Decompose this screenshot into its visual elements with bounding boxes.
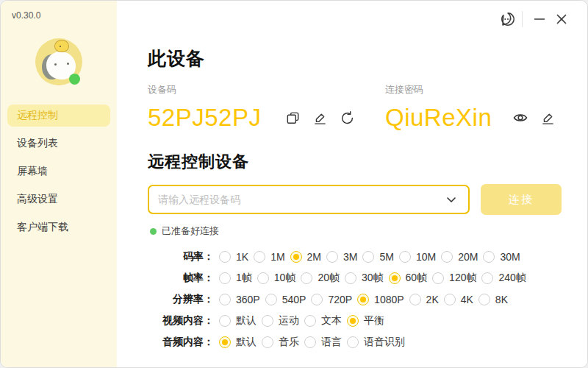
settings-row-label: 分辨率： [148, 293, 214, 306]
radio-option-文本[interactable]: 文本 [304, 314, 342, 328]
radio-option-120帧[interactable]: 120帧 [432, 272, 476, 285]
feedback-chat-icon[interactable] [497, 8, 519, 30]
radio-option-label: 360P [236, 294, 260, 305]
radio-option-60帧[interactable]: 60帧 [389, 272, 428, 285]
radio-unselected-icon [409, 294, 421, 305]
radio-option-label: 文本 [321, 314, 342, 328]
radio-unselected-icon [432, 272, 444, 284]
avatar[interactable] [35, 38, 82, 85]
radio-option-8K[interactable]: 8K [478, 294, 508, 305]
radio-option-20M[interactable]: 20M [441, 251, 478, 263]
radio-unselected-icon [265, 294, 277, 305]
radio-selected-icon [389, 272, 401, 284]
ready-status-dot [150, 228, 157, 235]
connect-button[interactable]: 连接 [481, 184, 562, 215]
settings-row-label: 视频内容： [148, 314, 214, 328]
radio-option-20帧[interactable]: 20帧 [301, 272, 340, 285]
sidebar-item-label: 设备列表 [17, 137, 58, 150]
settings-row: 视频内容：默认运动文本平衡 [148, 310, 587, 331]
sidebar-item-advanced-settings[interactable]: 高级设置 [7, 188, 110, 210]
copy-icon[interactable] [284, 110, 301, 126]
app-version: v0.30.0 [1, 1, 117, 21]
radio-option-4K[interactable]: 4K [444, 294, 473, 305]
radio-unselected-icon [219, 315, 231, 327]
radio-selected-icon [347, 315, 359, 327]
radio-option-2M[interactable]: 2M [290, 251, 321, 263]
radio-unselected-icon [304, 315, 316, 327]
radio-selected-icon [357, 294, 369, 305]
device-code-block: 设备码 52PJ52PJ [148, 83, 385, 133]
radio-option-label: 1080P [374, 294, 404, 305]
sidebar-item-label: 客户端下载 [17, 221, 68, 234]
radio-unselected-icon [362, 251, 374, 263]
radio-option-音乐[interactable]: 音乐 [262, 336, 299, 349]
radio-option-1K[interactable]: 1K [219, 251, 248, 263]
radio-option-label: 120帧 [449, 272, 476, 285]
content-area: 此设备 设备码 52PJ52PJ [117, 46, 587, 353]
radio-option-运动[interactable]: 运动 [262, 314, 299, 328]
close-icon[interactable] [551, 8, 573, 30]
radio-option-默认[interactable]: 默认 [219, 314, 257, 328]
sidebar-item-screen-wall[interactable]: 屏幕墙 [7, 160, 110, 183]
radio-unselected-icon [219, 251, 231, 263]
radio-option-label: 2K [426, 294, 439, 305]
radio-option-10M[interactable]: 10M [399, 251, 436, 263]
radio-option-3M[interactable]: 3M [326, 251, 357, 263]
radio-unselected-icon [257, 272, 269, 284]
titlebar-divider [522, 11, 523, 27]
radio-option-label: 3M [343, 251, 357, 263]
radio-option-720P[interactable]: 720P [311, 294, 352, 305]
radio-option-1080P[interactable]: 1080P [357, 294, 404, 305]
radio-unselected-icon [262, 315, 273, 327]
sidebar-item-remote-control[interactable]: 远程控制 [7, 105, 110, 127]
radio-option-label: 30帧 [362, 272, 384, 285]
radio-option-label: 240帧 [498, 272, 526, 285]
radio-option-语言[interactable]: 语言 [304, 336, 342, 349]
password-label: 连接密码 [385, 83, 556, 96]
radio-option-label: 30M [500, 251, 520, 263]
radio-unselected-icon [326, 251, 338, 263]
radio-unselected-icon [483, 251, 495, 263]
radio-option-540P[interactable]: 540P [265, 294, 306, 305]
connect-row: 连接 [148, 184, 587, 215]
remote-device-input-wrap [148, 185, 470, 214]
password-value: QiuReXin [385, 104, 492, 132]
stream-settings: 码率：1K1M2M3M5M10M20M30M帧率：1帧10帧20帧30帧60帧1… [148, 246, 587, 353]
device-code-value: 52PJ52PJ [148, 104, 261, 132]
settings-row: 码率：1K1M2M3M5M10M20M30M [148, 246, 587, 267]
radio-option-默认[interactable]: 默认 [219, 336, 257, 349]
radio-option-label: 默认 [236, 314, 257, 328]
radio-option-平衡[interactable]: 平衡 [347, 314, 384, 328]
remote-control-heading: 远程控制设备 [148, 151, 587, 173]
radio-option-10帧[interactable]: 10帧 [257, 272, 296, 285]
sidebar-item-device-list[interactable]: 设备列表 [7, 132, 110, 155]
minimize-icon[interactable] [528, 8, 551, 30]
radio-option-360P[interactable]: 360P [219, 294, 260, 305]
online-status-dot [69, 74, 80, 85]
sidebar-item-client-download[interactable]: 客户端下载 [7, 216, 110, 238]
radio-option-1M[interactable]: 1M [254, 251, 284, 263]
radio-option-语音识别[interactable]: 语音识别 [347, 336, 405, 349]
edit-icon[interactable] [312, 110, 328, 126]
edit-icon[interactable] [539, 110, 556, 126]
radio-unselected-icon [481, 272, 493, 284]
radio-option-label: 默认 [236, 336, 257, 349]
radio-option-label: 音乐 [279, 336, 299, 349]
sidebar: v0.30.0 远程控制 设备列表 屏幕墙 高级设置 客户端下载 [1, 1, 117, 367]
radio-option-240帧[interactable]: 240帧 [481, 272, 526, 285]
radio-option-30M[interactable]: 30M [483, 251, 520, 263]
chevron-down-icon[interactable] [443, 191, 459, 208]
radio-option-label: 540P [282, 294, 306, 305]
remote-device-input[interactable] [158, 194, 443, 205]
sidebar-item-label: 远程控制 [17, 109, 58, 122]
radio-option-2K[interactable]: 2K [409, 294, 439, 305]
radio-option-1帧[interactable]: 1帧 [219, 272, 252, 285]
radio-option-5M[interactable]: 5M [362, 251, 393, 263]
eye-icon[interactable] [512, 110, 528, 126]
credentials-row: 设备码 52PJ52PJ [148, 83, 587, 133]
settings-row: 帧率：1帧10帧20帧30帧60帧120帧240帧 [148, 267, 587, 289]
refresh-icon[interactable] [339, 110, 355, 126]
connection-status: 已准备好连接 [148, 224, 587, 238]
radio-unselected-icon [441, 251, 453, 263]
radio-option-30帧[interactable]: 30帧 [345, 272, 384, 285]
